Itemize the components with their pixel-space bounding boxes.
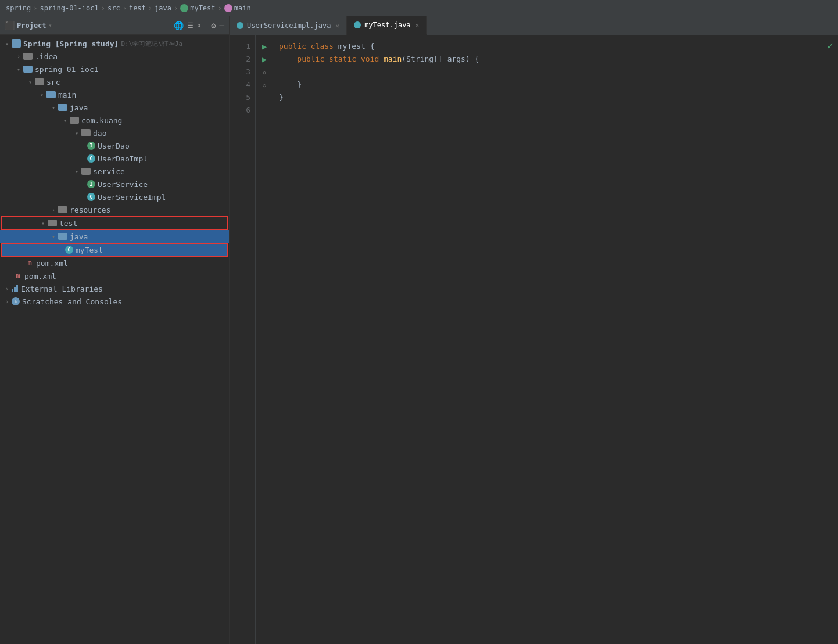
run-gutter-2b: ◇ — [256, 66, 273, 78]
line-num-6: 6 — [230, 104, 250, 117]
run-arrow-2[interactable]: ▶ — [262, 55, 267, 64]
breadcrumb-sep-1: › — [33, 4, 37, 12]
resources-folder-icon — [58, 206, 67, 213]
tree-item-spring-root[interactable]: ▾ Spring [Spring study] D:\学习笔记\狂神Ja — [0, 37, 229, 50]
resources-label: resources — [70, 206, 110, 214]
tree-item-userserviceimpl[interactable]: C UserServiceImpl — [0, 190, 229, 203]
tree-item-src[interactable]: ▾ src — [0, 75, 229, 88]
main-method-icon — [224, 4, 232, 12]
ext-libs-label: External Libraries — [21, 285, 103, 293]
breadcrumb-mytest[interactable]: myTest — [180, 4, 215, 12]
tree-item-ext-libs[interactable]: › External Libraries — [0, 282, 229, 295]
tab-userserviceimpl[interactable]: UserServiceImpl.java ✕ — [230, 16, 347, 35]
tree-item-userdao[interactable]: I UserDao — [0, 139, 229, 152]
run-arrow-1[interactable]: ▶ — [262, 42, 267, 51]
mytest-label: myTest — [76, 246, 103, 254]
minimize-icon[interactable]: ─ — [220, 21, 224, 30]
breadcrumb-src[interactable]: src — [108, 4, 120, 12]
run-gutter-3: ◇ — [256, 78, 273, 91]
tree-arrow-src[interactable]: ▾ — [26, 79, 35, 85]
test-label: test — [59, 219, 77, 228]
code-line-5: } — [279, 91, 838, 104]
tree-item-java-main[interactable]: ▾ java — [0, 101, 229, 114]
tree-arrow-module[interactable]: ▾ — [14, 66, 23, 73]
run-gutters: ▶ ▶ ◇ ◇ — [256, 35, 273, 644]
breadcrumb-sep-2: › — [101, 4, 105, 12]
tree-arrow-idea[interactable]: › — [14, 53, 23, 60]
src-folder-icon — [35, 78, 44, 85]
main-folder-icon — [46, 91, 56, 98]
line-num-1: 1 — [230, 40, 250, 53]
tree-arrow-ext-libs[interactable]: › — [2, 286, 12, 292]
mytest-class-icon — [180, 4, 188, 12]
tree-arrow-dao[interactable]: ▾ — [72, 130, 81, 136]
dao-folder-icon — [81, 129, 91, 136]
tree-item-pom2[interactable]: m pom.xml — [0, 269, 229, 282]
bookmark-icon-3: ◇ — [263, 82, 266, 88]
userservice-interface-icon: I — [87, 180, 95, 188]
toolbar-separator — [206, 21, 206, 30]
java-main-label: java — [70, 103, 88, 112]
tree-arrow-test[interactable]: ▾ — [38, 220, 48, 226]
tree-item-test[interactable]: ▾ test — [1, 217, 228, 229]
tree-item-idea[interactable]: › .idea — [0, 50, 229, 63]
tree-arrow-resources[interactable]: › — [49, 207, 58, 213]
breadcrumb-java[interactable]: java — [155, 4, 171, 12]
breadcrumb-test[interactable]: test — [129, 4, 146, 12]
pom2-label: pom.xml — [24, 272, 56, 280]
breadcrumb-module[interactable]: spring-01-ioc1 — [40, 4, 99, 12]
tab-mytest-icon — [354, 21, 361, 28]
scratches-icon: ✎ — [12, 297, 20, 305]
code-line-3 — [279, 66, 838, 78]
sidebar-dropdown-arrow[interactable]: ▾ — [49, 22, 52, 28]
comkuang-label: com.kuang — [81, 116, 122, 125]
tree-arrow-main[interactable]: ▾ — [37, 92, 46, 98]
module-folder-icon — [23, 66, 33, 73]
collapse-icon[interactable]: ⬍ — [197, 21, 201, 30]
tree-arrow-scratches[interactable]: › — [2, 298, 12, 305]
tree-item-userservice[interactable]: I UserService — [0, 178, 229, 190]
tree-item-mytest[interactable]: C myTest — [1, 243, 228, 256]
breadcrumb-sep-6: › — [218, 4, 222, 12]
tab-mytest[interactable]: myTest.java ✕ — [347, 16, 427, 35]
tree-item-resources[interactable]: › resources — [0, 203, 229, 216]
tree-arrow-spring[interactable]: ▾ — [2, 41, 12, 47]
tree-item-userdaoimpl[interactable]: C UserDaoImpl — [0, 152, 229, 165]
globe-icon[interactable]: 🌐 — [174, 21, 184, 30]
tree-arrow-service[interactable]: ▾ — [72, 168, 81, 175]
tree-item-comkuang[interactable]: ▾ com.kuang — [0, 114, 229, 127]
line-num-5: 5 — [230, 91, 250, 104]
tree-arrow-java-main[interactable]: ▾ — [49, 105, 58, 111]
java-test-label: java — [70, 232, 88, 241]
line-num-3: 3 — [230, 66, 250, 78]
tree-item-pom1[interactable]: m pom.xml — [0, 257, 229, 269]
editor-content[interactable]: 1 2 3 4 5 6 ▶ ▶ ◇ ◇ — [230, 35, 838, 644]
breadcrumb-spring[interactable]: spring — [6, 4, 31, 12]
sidebar-folder-icon: ⬛ — [5, 21, 15, 30]
tree-item-module[interactable]: ▾ spring-01-ioc1 — [0, 63, 229, 75]
code-area[interactable]: public class myTest { public static void… — [273, 35, 838, 644]
tab-mytest-close[interactable]: ✕ — [416, 21, 420, 29]
breadcrumb-main[interactable]: main — [224, 4, 251, 12]
settings-icon[interactable]: ⚙ — [211, 21, 216, 30]
tree-item-java-test[interactable]: ▾ java — [0, 230, 229, 243]
align-icon[interactable]: ☰ — [187, 21, 194, 30]
tree-item-service[interactable]: ▾ service — [0, 165, 229, 178]
userserviceimpl-class-icon: C — [87, 193, 95, 201]
module-label: spring-01-ioc1 — [35, 65, 99, 74]
tab-userserviceimpl-label: UserServiceImpl.java — [247, 21, 331, 30]
tree-item-dao[interactable]: ▾ dao — [0, 127, 229, 139]
userdao-interface-icon: I — [87, 142, 95, 150]
run-gutter-2[interactable]: ▶ — [256, 53, 273, 66]
tab-userserviceimpl-close[interactable]: ✕ — [336, 22, 340, 30]
sidebar-toolbar: ⬛ Project ▾ 🌐 ☰ ⬍ ⚙ ─ — [0, 16, 229, 35]
tree-arrow-comkuang[interactable]: ▾ — [60, 117, 70, 124]
tree-arrow-java-test[interactable]: ▾ — [49, 233, 58, 240]
tree-item-main[interactable]: ▾ main — [0, 88, 229, 101]
mytest-class-icon-tree: C — [65, 246, 73, 254]
tree-item-scratches[interactable]: › ✎ Scratches and Consoles — [0, 295, 229, 308]
spring-root-path: D:\学习笔记\狂神Ja — [121, 39, 182, 48]
run-gutter-1[interactable]: ▶ — [256, 40, 273, 53]
tab-bar: UserServiceImpl.java ✕ myTest.java ✕ — [230, 16, 838, 35]
main-layout: ⬛ Project ▾ 🌐 ☰ ⬍ ⚙ ─ ▾ Spring [Spring s… — [0, 16, 838, 644]
